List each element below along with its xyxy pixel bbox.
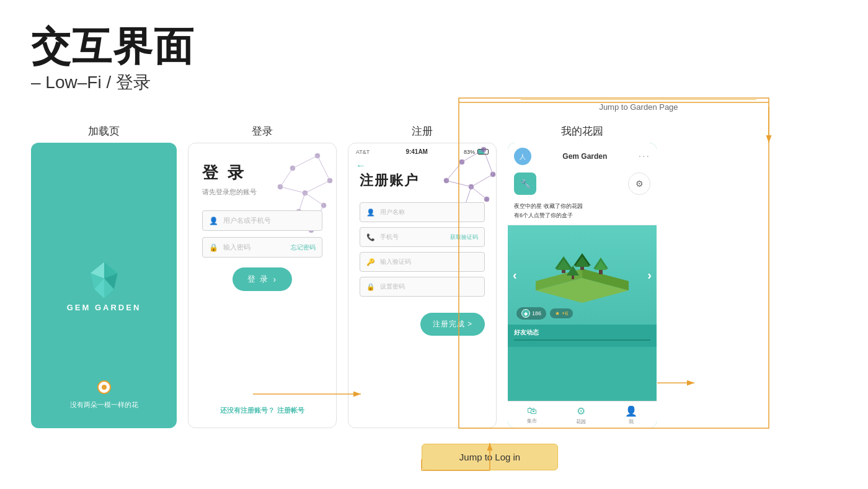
password-input[interactable]: 🔒 输入密码 忘记密码 (202, 237, 322, 258)
forgot-password-link[interactable]: 忘记密码 (291, 243, 316, 252)
jump-garden-label: Jump to Garden Page (599, 102, 678, 112)
garden-friends-area: 好友动态 (508, 325, 657, 347)
reg-user-icon: 👤 (366, 209, 375, 217)
login-screen: 登 录 请先登录您的账号 👤 用户名或手机号 🔒 输入密码 忘记密码 登 录 ›… (188, 143, 337, 428)
jump-garden-label-area: Jump to Garden Page (521, 99, 756, 112)
reg-lock-icon: 🔒 (366, 283, 375, 291)
nav-shop-item[interactable]: 🛍 集市 (527, 405, 537, 424)
reg-phone-placeholder: 手机号 (380, 233, 450, 241)
key-icon: 🔑 (366, 258, 375, 266)
phone-icon: 📞 (366, 233, 375, 241)
more-icon[interactable]: ··· (639, 151, 650, 162)
loading-bottom-area: 没有两朵一模一样的花 (31, 380, 177, 410)
username-placeholder: 用户名或手机号 (223, 216, 316, 225)
reg-phone-input[interactable]: 📞 手机号 获取验证码 (360, 227, 485, 247)
loading-dot-icon (97, 380, 111, 394)
password-placeholder: 输入密码 (223, 243, 291, 252)
user-icon: 👤 (209, 217, 218, 225)
star-badge: ★ +6 (550, 308, 573, 318)
sub-title: – Low–Fi / 登录 (31, 71, 195, 94)
register-button[interactable]: 注册完成 > (420, 313, 485, 336)
login-arrow-icon: › (273, 274, 277, 284)
register-content: 注册账户 👤 用户名称 📞 手机号 获取验证码 🔑 输入验证码 🔒 设置密码 (348, 171, 496, 336)
register-screen: AT&T 9:41AM 83% ← (348, 143, 497, 428)
gem-logo-icon (82, 259, 126, 303)
get-code-button[interactable]: 获取验证码 (450, 233, 478, 241)
coin-badge: ◆ 186 (516, 307, 546, 320)
reg-password-input[interactable]: 🔒 设置密码 (360, 277, 485, 297)
nav-profile-label: 我 (629, 418, 634, 425)
label-login: 登录 (188, 124, 337, 138)
garden-currency: ◆ 186 ★ +6 (516, 307, 573, 320)
login-title: 登 录 (202, 162, 322, 184)
carrier-text: AT&T (356, 149, 370, 155)
friends-divider (514, 339, 650, 341)
login-content: 登 录 请先登录您的账号 👤 用户名或手机号 🔒 输入密码 忘记密码 登 录 › (188, 143, 336, 303)
register-button-label: 注册完成 > (433, 319, 472, 330)
nav-profile-item[interactable]: 👤 我 (625, 405, 637, 425)
nav-shop-label: 集市 (527, 418, 537, 424)
profile-icon: 👤 (625, 405, 637, 417)
garden-tool-area: 🔧 ⚙ (508, 170, 657, 199)
nav-garden-item[interactable]: ⚙ 花园 (576, 405, 586, 425)
main-title: 交互界面 (31, 25, 195, 68)
reg-password-placeholder: 设置密码 (380, 282, 478, 291)
time-text: 9:41AM (405, 148, 428, 155)
title-area: 交互界面 – Low–Fi / 登录 (31, 25, 195, 94)
label-loading: 加载页 (31, 124, 177, 138)
loading-app-name: GEM GARDEN (67, 303, 141, 312)
reg-username-placeholder: 用户名称 (380, 208, 478, 217)
jump-login-label: Jump to Log in (459, 452, 520, 462)
garden-next-icon[interactable]: › (647, 268, 652, 282)
reg-username-input[interactable]: 👤 用户名称 (360, 202, 485, 222)
register-title: 注册账户 (360, 171, 485, 190)
wrench-icon[interactable]: 🔧 (514, 173, 536, 195)
loading-screen: GEM GARDEN 没有两朵一模一样的花 (31, 143, 177, 428)
friends-label: 好友动态 (514, 328, 650, 337)
garden-scene: ‹ (508, 225, 657, 325)
star-count: +6 (562, 310, 568, 316)
label-register: 注册 (348, 124, 497, 138)
garden-bottom-nav: 🛍 集市 ⚙ 花园 👤 我 (508, 401, 657, 428)
garden-title: Gem Garden (531, 152, 639, 161)
garden-isometric-view (536, 244, 629, 306)
nav-garden-label: 花园 (576, 418, 586, 425)
garden-header: 人 Gem Garden ··· (508, 143, 657, 170)
register-prompt-text: 还没有注册账号？ (220, 406, 275, 414)
register-link-text[interactable]: 注册帐号 (277, 406, 304, 414)
login-button-label: 登 录 (247, 274, 270, 285)
jump-login-box[interactable]: Jump to Log in (422, 444, 558, 470)
settings-icon[interactable]: ⚙ (628, 173, 650, 195)
screens-wrapper: GEM GARDEN 没有两朵一模一样的花 (31, 143, 856, 428)
garden-avatar: 人 (514, 148, 531, 165)
notification-2: 有6个人点赞了你的盒子 (514, 212, 650, 220)
garden-prev-icon[interactable]: ‹ (513, 268, 517, 282)
notification-1: 夜空中的星 收藏了你的花园 (514, 202, 650, 210)
screen-labels-row: 加载页 登录 注册 我的花园 (31, 124, 856, 138)
register-prompt: 还没有注册账号？ 注册帐号 (188, 406, 336, 415)
garden-notifications: 夜空中的星 收藏了你的花园 有6个人点赞了你的盒子 (508, 199, 657, 225)
gem-coin-icon: ◆ (521, 309, 530, 318)
svg-line-34 (462, 150, 484, 162)
garden-screen: 人 Gem Garden ··· 🔧 ⚙ 夜空中的星 收藏了你的花园 有6个人点… (508, 143, 657, 428)
login-subtitle: 请先登录您的账号 (202, 187, 322, 197)
username-input[interactable]: 👤 用户名或手机号 (202, 210, 322, 231)
garden-icon: ⚙ (577, 405, 585, 417)
svg-text:人: 人 (520, 153, 526, 160)
shop-icon: 🛍 (527, 405, 537, 416)
coin-count: 186 (532, 310, 541, 316)
label-garden: 我的花园 (508, 124, 657, 138)
reg-code-input[interactable]: 🔑 输入验证码 (360, 252, 485, 272)
svg-line-35 (484, 150, 493, 174)
login-button[interactable]: 登 录 › (232, 267, 292, 291)
lock-icon: 🔒 (209, 243, 218, 252)
reg-code-placeholder: 输入验证码 (380, 258, 478, 266)
loading-tagline: 没有两朵一模一样的花 (31, 400, 177, 410)
star-icon: ★ (555, 310, 560, 316)
